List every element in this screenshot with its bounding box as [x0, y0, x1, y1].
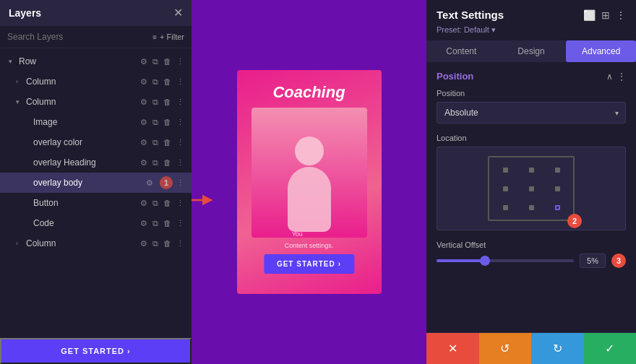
layer-more-btn[interactable]: ⋮ [175, 158, 186, 168]
layer-actions: ⚙ ⧉ 🗑 ⋮ [139, 219, 186, 228]
filter-label: + Filter [160, 32, 184, 41]
grid-dot-tr[interactable] [544, 160, 570, 179]
layer-item-overlay-body[interactable]: overlay body ⚙ 1 ⋮ [0, 173, 192, 193]
grid-dot-tl[interactable] [492, 160, 518, 179]
layer-label: Column [26, 97, 139, 107]
layer-item-column2[interactable]: ▾ Column ⚙ ⧉ 🗑 ⋮ [0, 92, 192, 112]
grid-dot-tc[interactable] [518, 160, 544, 179]
layer-settings-btn[interactable]: ⚙ [145, 178, 155, 188]
search-input[interactable] [7, 32, 147, 42]
settings-content: Position ∧ ⋮ Position Absolute Relative … [426, 62, 636, 332]
position-select[interactable]: Absolute Relative Fixed Static [437, 102, 626, 124]
layer-delete-btn[interactable]: 🗑 [162, 138, 173, 147]
layer-duplicate-btn[interactable]: ⧉ [151, 239, 160, 248]
position-field-label: Position [437, 89, 626, 98]
preview-btn-arrow: › [338, 260, 341, 268]
position-field: Position Absolute Relative Fixed Static … [437, 89, 626, 124]
layers-search-bar: ≡ + Filter [0, 26, 192, 48]
save-button[interactable]: ✓ [584, 333, 637, 364]
redo-button[interactable]: ↻ [531, 333, 584, 364]
layer-label: Button [33, 198, 139, 208]
slider-thumb [480, 256, 490, 266]
layers-list: ▾ Row ⚙ ⧉ 🗑 ⋮ › Column ⚙ ⧉ 🗑 ⋮ ▾ Column [0, 48, 192, 364]
reset-button[interactable]: ↺ [479, 333, 532, 364]
layer-duplicate-btn[interactable]: ⧉ [151, 158, 160, 168]
layer-more-btn[interactable]: ⋮ [175, 199, 186, 208]
layer-settings-btn[interactable]: ⚙ [139, 219, 149, 228]
grid-dot-mc[interactable] [518, 179, 544, 198]
layer-label: Column [26, 238, 139, 248]
layer-delete-btn[interactable]: 🗑 [162, 77, 173, 87]
grid-dots [489, 157, 573, 220]
layer-settings-btn[interactable]: ⚙ [139, 118, 149, 127]
layer-settings-btn[interactable]: ⚙ [139, 239, 149, 248]
layer-duplicate-btn[interactable]: ⧉ [151, 199, 160, 208]
layer-more-btn[interactable]: ⋮ [175, 138, 186, 147]
layer-item-row[interactable]: ▾ Row ⚙ ⧉ 🗑 ⋮ [0, 51, 192, 72]
layer-more-btn[interactable]: ⋮ [175, 239, 186, 248]
settings-icon-layout[interactable]: ⊞ [601, 9, 610, 21]
slider-value: 5% [580, 254, 606, 268]
layer-more-btn[interactable]: ⋮ [175, 219, 186, 228]
layer-settings-btn[interactable]: ⚙ [139, 158, 149, 168]
grid-dot-br[interactable] [544, 198, 570, 217]
location-grid-container: 2 [437, 147, 626, 230]
grid-dot-bl[interactable] [492, 198, 518, 217]
layer-duplicate-btn[interactable]: ⧉ [151, 77, 160, 87]
layer-actions: ⚙ 1 ⋮ [145, 176, 186, 189]
layer-settings-btn[interactable]: ⚙ [139, 199, 149, 208]
layer-settings-btn[interactable]: ⚙ [139, 98, 149, 107]
layer-actions: ⚙ ⧉ 🗑 ⋮ [139, 158, 186, 168]
settings-icon-responsive[interactable]: ⬜ [583, 9, 596, 21]
preset-selector[interactable]: Preset: Default ▾ [426, 24, 636, 40]
layer-delete-btn[interactable]: 🗑 [162, 199, 173, 208]
settings-icon-more[interactable]: ⋮ [616, 9, 626, 21]
layer-delete-btn[interactable]: 🗑 [162, 57, 173, 66]
filter-button[interactable]: ≡ + Filter [152, 32, 184, 41]
layer-more-btn[interactable]: ⋮ [175, 57, 186, 66]
position-section-header[interactable]: Position ∧ ⋮ [437, 71, 626, 82]
grid-dot-mr[interactable] [544, 179, 570, 198]
layer-more-btn[interactable]: ⋮ [175, 77, 186, 87]
layer-settings-btn[interactable]: ⚙ [139, 138, 149, 147]
vertical-offset-label: Vertical Offset [437, 240, 626, 249]
layer-delete-btn[interactable]: 🗑 [162, 158, 173, 168]
layer-item-overlay-heading[interactable]: overlay Heading ⚙ ⧉ 🗑 ⋮ [0, 152, 192, 173]
layer-delete-btn[interactable]: 🗑 [162, 239, 173, 248]
grid-dot-bc[interactable] [518, 198, 544, 217]
layer-delete-btn[interactable]: 🗑 [162, 118, 173, 127]
tab-advanced[interactable]: Advanced [566, 40, 636, 62]
layer-delete-btn[interactable]: 🗑 [162, 98, 173, 107]
layer-duplicate-btn[interactable]: ⧉ [151, 138, 160, 147]
layer-settings-btn[interactable]: ⚙ [139, 77, 149, 87]
person-body [288, 167, 331, 232]
layer-item-button[interactable]: Button ⚙ ⧉ 🗑 ⋮ [0, 193, 192, 213]
close-layers-button[interactable]: ✕ [173, 7, 183, 19]
layer-settings-btn[interactable]: ⚙ [139, 57, 149, 66]
layer-duplicate-btn[interactable]: ⧉ [151, 57, 160, 66]
layer-delete-btn[interactable]: 🗑 [162, 219, 173, 228]
layer-item-column1[interactable]: › Column ⚙ ⧉ 🗑 ⋮ [0, 72, 192, 92]
layer-duplicate-btn[interactable]: ⧉ [151, 219, 160, 228]
preview-cta-button[interactable]: GET STARTED › [264, 254, 354, 274]
layer-label: Image [33, 117, 139, 127]
layer-more-btn[interactable]: ⋮ [175, 118, 186, 127]
layers-panel-title: Layers [9, 7, 41, 19]
tab-design[interactable]: Design [497, 40, 567, 62]
cancel-button[interactable]: ✕ [426, 333, 479, 364]
arrow-annotation [192, 189, 213, 211]
layer-item-code[interactable]: Code ⚙ ⧉ 🗑 ⋮ [0, 213, 192, 233]
layer-more-btn[interactable]: ⋮ [175, 178, 186, 188]
layer-label: Code [33, 218, 139, 228]
layer-item-overlay-color[interactable]: overlay color ⚙ ⧉ 🗑 ⋮ [0, 132, 192, 152]
person-silhouette [280, 136, 338, 238]
layer-duplicate-btn[interactable]: ⧉ [151, 98, 160, 107]
layer-item-column3[interactable]: › Column ⚙ ⧉ 🗑 ⋮ [0, 233, 192, 254]
layer-item-image[interactable]: Image ⚙ ⧉ 🗑 ⋮ [0, 112, 192, 132]
layer-more-btn[interactable]: ⋮ [175, 98, 186, 107]
get-started-button[interactable]: GET STARTED › [0, 338, 192, 364]
grid-dot-ml[interactable] [492, 179, 518, 198]
layer-duplicate-btn[interactable]: ⧉ [151, 118, 160, 127]
tab-content[interactable]: Content [426, 40, 497, 62]
section-options-icon[interactable]: ⋮ [617, 72, 626, 82]
